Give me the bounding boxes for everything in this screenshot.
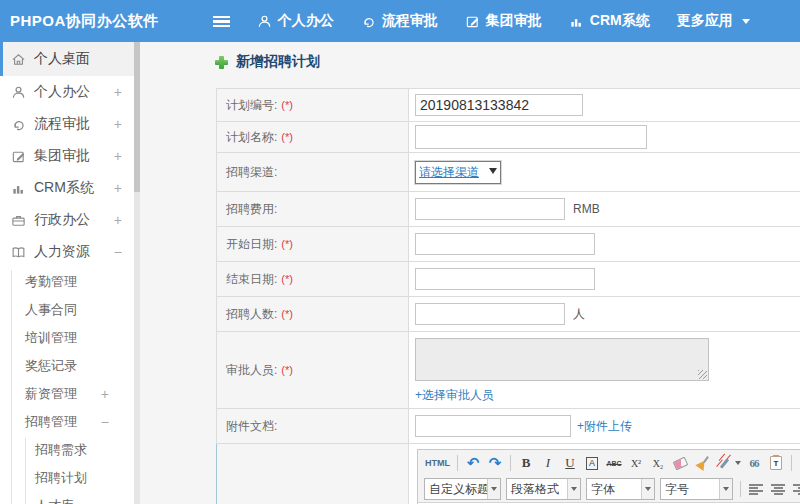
combo-caret-icon[interactable]: [641, 479, 654, 499]
redo-icon[interactable]: [485, 453, 505, 473]
sidebar-item-group-approval[interactable]: 集团审批+: [0, 140, 134, 172]
page-title-bar: 新增招聘计划: [215, 53, 320, 71]
italic-icon[interactable]: [538, 453, 558, 473]
top-nav-group-approval[interactable]: 集团审批: [465, 12, 542, 30]
custom-title-combo[interactable]: 自定义标题: [424, 478, 501, 500]
paintformat-caret-icon[interactable]: [735, 461, 741, 465]
home-icon: [11, 52, 27, 67]
fee-input[interactable]: [415, 198, 565, 220]
collapse-icon[interactable]: −: [114, 244, 122, 260]
top-nav-label: 个人办公: [278, 12, 334, 30]
strikethrough-icon[interactable]: [604, 453, 624, 473]
paintformat-icon[interactable]: [714, 453, 734, 473]
bold-icon[interactable]: [516, 453, 536, 473]
pastetext-icon[interactable]: [766, 453, 786, 473]
sidebar-item-label: CRM系统: [34, 179, 94, 197]
sidebar-item-recruit-plan[interactable]: 招聘计划: [0, 464, 134, 492]
plan-no-input[interactable]: [415, 94, 583, 116]
required-mark: (*): [281, 308, 293, 320]
attachment-upload-link[interactable]: +附件上传: [577, 418, 632, 435]
paragraph-format-combo[interactable]: 段落格式: [506, 478, 581, 500]
expand-icon[interactable]: +: [114, 212, 122, 228]
align-center-icon[interactable]: [768, 479, 788, 499]
page-title: 新增招聘计划: [236, 53, 320, 71]
expand-icon[interactable]: +: [114, 180, 122, 196]
flow-icon: [11, 117, 27, 132]
toolbar-separator: [791, 455, 792, 471]
field-label: 结束日期:: [226, 271, 277, 288]
sidebar-item-human-resources[interactable]: 人力资源−: [0, 236, 134, 268]
sidebar-item-hr-contract[interactable]: 人事合同: [0, 296, 134, 324]
sidebar-item-label: 培训管理: [25, 329, 77, 347]
sidebar-item-workflow-approval[interactable]: 流程审批+: [0, 108, 134, 140]
autotypeset-icon[interactable]: [582, 453, 602, 473]
chart-icon: [11, 181, 27, 196]
top-nav-personal-office[interactable]: 个人办公: [257, 12, 334, 30]
sidebar-item-training-mgmt[interactable]: 培训管理: [0, 324, 134, 352]
combo-caret-icon[interactable]: [719, 479, 732, 499]
html-source-button[interactable]: HTML: [425, 458, 450, 468]
headcount-input[interactable]: [415, 303, 565, 325]
start-date-input[interactable]: [415, 233, 595, 255]
sidebar-item-talent-pool[interactable]: 人才库: [0, 492, 134, 504]
sidebar-hr-submenu: 考勤管理人事合同培训管理奖惩记录薪资管理+招聘管理−招聘需求招聘计划人才库: [0, 268, 134, 504]
hamburger-menu-icon[interactable]: [213, 16, 230, 27]
sidebar-item-label: 考勤管理: [25, 273, 77, 291]
sidebar-item-label: 个人办公: [34, 83, 90, 101]
field-label: 招聘人数:: [226, 306, 277, 323]
plan-name-input[interactable]: [415, 125, 647, 149]
headcount-unit: 人: [573, 306, 585, 323]
top-bar: PHPOA协同办公软件 个人办公流程审批集团审批CRM系统更多应用: [0, 0, 800, 42]
expand-icon[interactable]: +: [114, 116, 122, 132]
field-label: 审批人员:: [226, 362, 277, 379]
cleardoc-icon[interactable]: [692, 453, 712, 473]
sidebar-item-personal-desktop[interactable]: 个人桌面: [0, 42, 134, 76]
sidebar-item-salary-mgmt[interactable]: 薪资管理+: [0, 380, 134, 408]
align-right-icon[interactable]: [790, 479, 800, 499]
top-nav-more-apps[interactable]: 更多应用: [677, 12, 750, 30]
sidebar-item-personal-office[interactable]: 个人办公+: [0, 76, 134, 108]
choose-approvers-link[interactable]: +选择审批人员: [415, 387, 800, 404]
sidebar: 个人桌面个人办公+流程审批+集团审批+CRM系统+行政办公+人力资源−考勤管理人…: [0, 42, 134, 504]
edit-icon: [11, 149, 27, 164]
field-label: 计划编号:: [226, 97, 277, 114]
top-nav-workflow-approval[interactable]: 流程审批: [361, 12, 438, 30]
sidebar-item-recruit-demand[interactable]: 招聘需求: [0, 436, 134, 464]
channel-select[interactable]: 请选择渠道: [415, 161, 501, 184]
end-date-input[interactable]: [415, 268, 595, 290]
sidebar-item-admin-office[interactable]: 行政办公+: [0, 204, 134, 236]
expand-icon[interactable]: +: [101, 386, 109, 402]
expand-icon[interactable]: +: [114, 148, 122, 164]
font-family-combo[interactable]: 字体: [586, 478, 655, 500]
paragraph-format-combo-value: 段落格式: [507, 481, 567, 498]
book-icon: [11, 245, 27, 260]
combo-caret-icon[interactable]: [487, 479, 500, 499]
top-nav-crm-system[interactable]: CRM系统: [569, 12, 650, 30]
font-size-combo[interactable]: 字号: [660, 478, 733, 500]
undo-icon[interactable]: [463, 453, 483, 473]
subscript-icon[interactable]: [648, 453, 668, 473]
flow-icon: [361, 14, 376, 29]
sidebar-item-label: 人事合同: [25, 301, 77, 319]
combo-caret-icon[interactable]: [567, 479, 580, 499]
form-row-headcount: 招聘人数: (*) 人: [217, 297, 800, 332]
align-left-icon[interactable]: [746, 479, 766, 499]
sidebar-item-recruit-mgmt[interactable]: 招聘管理−: [0, 408, 134, 436]
sidebar-item-crm-system[interactable]: CRM系统+: [0, 172, 134, 204]
attachment-input[interactable]: [415, 415, 571, 437]
sidebar-item-reward-punish[interactable]: 奖惩记录: [0, 352, 134, 380]
collapse-icon[interactable]: −: [101, 414, 109, 430]
sidebar-item-attendance-mgmt[interactable]: 考勤管理: [0, 268, 134, 296]
custom-title-combo-value: 自定义标题: [425, 481, 487, 498]
expand-icon[interactable]: +: [114, 84, 122, 100]
blockquote-icon[interactable]: [744, 453, 764, 473]
form-row-fee: 招聘费用: RMB: [217, 192, 800, 227]
sidebar-item-label: 薪资管理: [25, 385, 77, 403]
approvers-textarea[interactable]: [415, 338, 709, 381]
superscript-icon[interactable]: [626, 453, 646, 473]
sidebar-item-label: 行政办公: [34, 211, 90, 229]
sidebar-item-label: 招聘管理: [25, 413, 77, 431]
font-size-combo-value: 字号: [661, 481, 719, 498]
eraser-icon[interactable]: [670, 453, 690, 473]
underline-icon[interactable]: [560, 453, 580, 473]
